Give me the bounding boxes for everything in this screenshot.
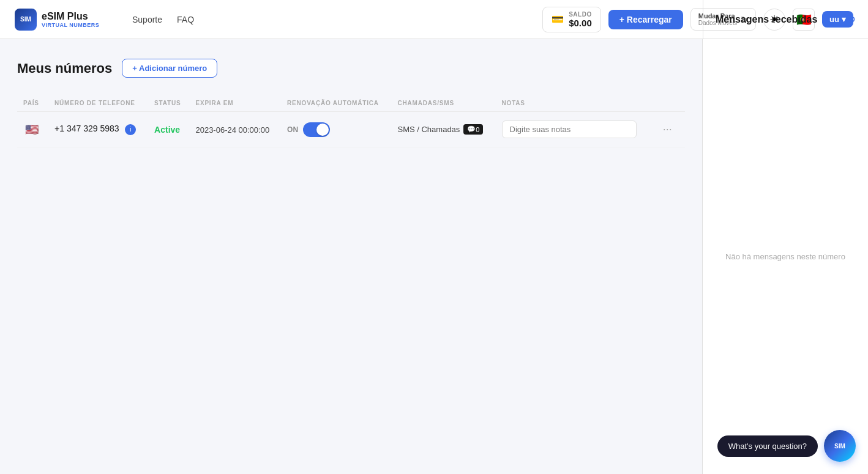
info-icon[interactable]: i <box>125 124 136 135</box>
balance-icon: 💳 <box>552 13 564 25</box>
col-actions <box>652 95 685 112</box>
more-options-button[interactable]: ··· <box>658 120 677 138</box>
sms-count-area: SMS / Chamadas 💬 0 <box>397 124 489 135</box>
cell-phone: +1 347 329 5983 i <box>48 112 148 147</box>
chat-icon[interactable]: 💬 0 <box>463 124 483 135</box>
cell-status: Active <box>148 112 189 147</box>
table-body: 🇺🇸 +1 347 329 5983 i Active 2023-06-24 0… <box>17 112 685 147</box>
numbers-table: PAÍS NÚMERO DE TELEFONE STATUS EXPIRA EM… <box>17 95 685 147</box>
right-panel: Não há mensagens neste número <box>703 39 868 474</box>
table-head: PAÍS NÚMERO DE TELEFONE STATUS EXPIRA EM… <box>17 95 685 112</box>
nav-faq[interactable]: FAQ <box>177 15 194 24</box>
cell-expiry: 2023-06-24 00:00:00 <box>189 112 281 147</box>
col-chamadas: CHAMADAS/SMS <box>391 95 495 112</box>
logo-text: eSIM Plus VIRTUAL NUMBERS <box>42 11 99 28</box>
messages-title-area: Mensagens recebidas ↻ <box>703 0 868 39</box>
balance-amount: $0.00 <box>569 18 592 28</box>
expiry-date: 2023-06-24 00:00:00 <box>195 125 269 135</box>
header: SIM eSIM Plus VIRTUAL NUMBERS Suporte FA… <box>0 0 868 39</box>
chat-bubble[interactable]: What's your question? <box>717 435 818 457</box>
messages-title: Mensagens recebidas <box>716 14 817 25</box>
cell-chamadas: SMS / Chamadas 💬 0 <box>391 112 495 147</box>
page-title: Meus números <box>17 61 112 76</box>
main-layout: Meus números + Adicionar número PAÍS NÚM… <box>0 39 868 474</box>
loading-icon: ↻ <box>847 13 856 26</box>
nav-suporte[interactable]: Suporte <box>132 15 162 24</box>
toggle-label: ON <box>287 125 298 134</box>
logo-icon: SIM <box>15 9 37 31</box>
status-badge: Active <box>154 125 180 135</box>
table-header-row: PAÍS NÚMERO DE TELEFONE STATUS EXPIRA EM… <box>17 95 685 112</box>
toggle-knob <box>316 124 329 136</box>
sms-calls-label: SMS / Chamadas <box>397 125 460 134</box>
logo-main: eSIM Plus <box>42 11 99 22</box>
chat-widget: What's your question? SIM <box>717 430 856 462</box>
bot-icon-label: SIM <box>834 443 845 450</box>
auto-renew-toggle[interactable] <box>303 122 330 137</box>
main-nav: Suporte FAQ <box>132 15 194 24</box>
col-expira: EXPIRA EM <box>189 95 281 112</box>
col-pais: PAÍS <box>17 95 48 112</box>
add-number-button[interactable]: + Adicionar número <box>122 59 217 78</box>
page-title-bar: Meus números + Adicionar número <box>17 59 685 78</box>
cell-more: ··· <box>652 112 685 147</box>
cell-toggle: ON <box>281 112 391 147</box>
col-status: STATUS <box>148 95 189 112</box>
cell-flag: 🇺🇸 <box>17 112 48 147</box>
balance-area: 💳 SALDO $0.00 <box>542 7 601 32</box>
col-notas: NOTAS <box>496 95 652 112</box>
recharge-button[interactable]: + Recarregar <box>608 10 683 29</box>
phone-number: +1 347 329 5983 <box>54 124 119 133</box>
notes-input[interactable] <box>502 120 637 138</box>
cell-notes <box>496 112 652 147</box>
no-messages-text: Não há mensagens neste número <box>725 252 845 261</box>
col-numero: NÚMERO DE TELEFONE <box>48 95 148 112</box>
balance-label: SALDO <box>569 11 592 18</box>
content-area: Meus números + Adicionar número PAÍS NÚM… <box>0 39 703 474</box>
table-row: 🇺🇸 +1 347 329 5983 i Active 2023-06-24 0… <box>17 112 685 147</box>
toggle-area: ON <box>287 122 385 137</box>
us-flag-icon: 🇺🇸 <box>23 124 40 136</box>
balance-info: SALDO $0.00 <box>569 11 592 28</box>
logo-sub: VIRTUAL NUMBERS <box>42 22 99 28</box>
sms-count-value: 0 <box>476 126 479 133</box>
col-renovacao: RENOVAÇÃO AUTOMÁTICA <box>281 95 391 112</box>
logo-area: SIM eSIM Plus VIRTUAL NUMBERS <box>15 9 113 31</box>
chat-bot-icon[interactable]: SIM <box>824 430 856 462</box>
